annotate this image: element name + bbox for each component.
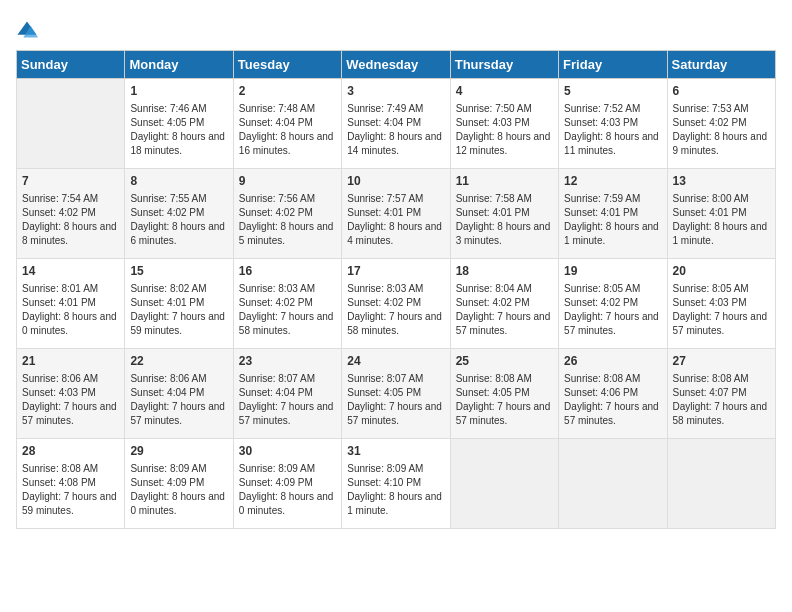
day-info: Sunrise: 7:50 AMSunset: 4:03 PMDaylight:… [456,102,553,158]
day-number: 15 [130,263,227,280]
day-number: 25 [456,353,553,370]
col-header-wednesday: Wednesday [342,51,450,79]
day-number: 16 [239,263,336,280]
col-header-thursday: Thursday [450,51,558,79]
day-info: Sunrise: 8:05 AMSunset: 4:02 PMDaylight:… [564,282,661,338]
day-info: Sunrise: 8:09 AMSunset: 4:10 PMDaylight:… [347,462,444,518]
day-number: 27 [673,353,770,370]
day-number: 21 [22,353,119,370]
day-number: 6 [673,83,770,100]
calendar-cell: 28Sunrise: 8:08 AMSunset: 4:08 PMDayligh… [17,439,125,529]
calendar-cell: 7Sunrise: 7:54 AMSunset: 4:02 PMDaylight… [17,169,125,259]
day-number: 10 [347,173,444,190]
day-number: 24 [347,353,444,370]
page-header [16,16,776,42]
calendar-cell: 16Sunrise: 8:03 AMSunset: 4:02 PMDayligh… [233,259,341,349]
calendar-cell: 10Sunrise: 7:57 AMSunset: 4:01 PMDayligh… [342,169,450,259]
calendar-cell: 3Sunrise: 7:49 AMSunset: 4:04 PMDaylight… [342,79,450,169]
day-number: 30 [239,443,336,460]
day-info: Sunrise: 8:01 AMSunset: 4:01 PMDaylight:… [22,282,119,338]
calendar-cell: 4Sunrise: 7:50 AMSunset: 4:03 PMDaylight… [450,79,558,169]
day-number: 14 [22,263,119,280]
col-header-monday: Monday [125,51,233,79]
day-info: Sunrise: 8:06 AMSunset: 4:04 PMDaylight:… [130,372,227,428]
day-number: 19 [564,263,661,280]
calendar-cell: 29Sunrise: 8:09 AMSunset: 4:09 PMDayligh… [125,439,233,529]
calendar-cell: 22Sunrise: 8:06 AMSunset: 4:04 PMDayligh… [125,349,233,439]
day-info: Sunrise: 7:49 AMSunset: 4:04 PMDaylight:… [347,102,444,158]
calendar-table: SundayMondayTuesdayWednesdayThursdayFrid… [16,50,776,529]
day-info: Sunrise: 7:48 AMSunset: 4:04 PMDaylight:… [239,102,336,158]
day-info: Sunrise: 8:03 AMSunset: 4:02 PMDaylight:… [239,282,336,338]
day-number: 1 [130,83,227,100]
day-info: Sunrise: 7:53 AMSunset: 4:02 PMDaylight:… [673,102,770,158]
col-header-saturday: Saturday [667,51,775,79]
day-number: 28 [22,443,119,460]
calendar-cell: 5Sunrise: 7:52 AMSunset: 4:03 PMDaylight… [559,79,667,169]
day-number: 26 [564,353,661,370]
calendar-cell: 1Sunrise: 7:46 AMSunset: 4:05 PMDaylight… [125,79,233,169]
day-info: Sunrise: 8:05 AMSunset: 4:03 PMDaylight:… [673,282,770,338]
day-info: Sunrise: 8:08 AMSunset: 4:08 PMDaylight:… [22,462,119,518]
day-info: Sunrise: 7:46 AMSunset: 4:05 PMDaylight:… [130,102,227,158]
calendar-cell: 31Sunrise: 8:09 AMSunset: 4:10 PMDayligh… [342,439,450,529]
day-number: 8 [130,173,227,190]
calendar-cell: 24Sunrise: 8:07 AMSunset: 4:05 PMDayligh… [342,349,450,439]
day-info: Sunrise: 8:08 AMSunset: 4:05 PMDaylight:… [456,372,553,428]
day-info: Sunrise: 7:54 AMSunset: 4:02 PMDaylight:… [22,192,119,248]
day-number: 31 [347,443,444,460]
calendar-cell: 13Sunrise: 8:00 AMSunset: 4:01 PMDayligh… [667,169,775,259]
calendar-cell: 19Sunrise: 8:05 AMSunset: 4:02 PMDayligh… [559,259,667,349]
day-info: Sunrise: 8:09 AMSunset: 4:09 PMDaylight:… [239,462,336,518]
day-info: Sunrise: 8:03 AMSunset: 4:02 PMDaylight:… [347,282,444,338]
day-info: Sunrise: 7:56 AMSunset: 4:02 PMDaylight:… [239,192,336,248]
day-number: 20 [673,263,770,280]
calendar-cell: 18Sunrise: 8:04 AMSunset: 4:02 PMDayligh… [450,259,558,349]
day-number: 11 [456,173,553,190]
day-info: Sunrise: 8:08 AMSunset: 4:07 PMDaylight:… [673,372,770,428]
calendar-cell: 14Sunrise: 8:01 AMSunset: 4:01 PMDayligh… [17,259,125,349]
day-info: Sunrise: 7:59 AMSunset: 4:01 PMDaylight:… [564,192,661,248]
calendar-cell [17,79,125,169]
day-info: Sunrise: 7:55 AMSunset: 4:02 PMDaylight:… [130,192,227,248]
day-number: 29 [130,443,227,460]
col-header-tuesday: Tuesday [233,51,341,79]
logo-icon [16,20,38,42]
day-info: Sunrise: 8:07 AMSunset: 4:04 PMDaylight:… [239,372,336,428]
calendar-cell: 15Sunrise: 8:02 AMSunset: 4:01 PMDayligh… [125,259,233,349]
day-info: Sunrise: 7:57 AMSunset: 4:01 PMDaylight:… [347,192,444,248]
day-number: 5 [564,83,661,100]
day-number: 18 [456,263,553,280]
day-number: 13 [673,173,770,190]
day-info: Sunrise: 8:00 AMSunset: 4:01 PMDaylight:… [673,192,770,248]
day-number: 7 [22,173,119,190]
calendar-cell: 30Sunrise: 8:09 AMSunset: 4:09 PMDayligh… [233,439,341,529]
day-info: Sunrise: 7:58 AMSunset: 4:01 PMDaylight:… [456,192,553,248]
day-number: 17 [347,263,444,280]
calendar-cell: 21Sunrise: 8:06 AMSunset: 4:03 PMDayligh… [17,349,125,439]
calendar-cell: 27Sunrise: 8:08 AMSunset: 4:07 PMDayligh… [667,349,775,439]
calendar-cell: 17Sunrise: 8:03 AMSunset: 4:02 PMDayligh… [342,259,450,349]
calendar-cell: 23Sunrise: 8:07 AMSunset: 4:04 PMDayligh… [233,349,341,439]
day-number: 22 [130,353,227,370]
day-number: 3 [347,83,444,100]
day-info: Sunrise: 7:52 AMSunset: 4:03 PMDaylight:… [564,102,661,158]
day-number: 4 [456,83,553,100]
day-info: Sunrise: 8:08 AMSunset: 4:06 PMDaylight:… [564,372,661,428]
day-number: 23 [239,353,336,370]
calendar-cell: 26Sunrise: 8:08 AMSunset: 4:06 PMDayligh… [559,349,667,439]
day-info: Sunrise: 8:04 AMSunset: 4:02 PMDaylight:… [456,282,553,338]
calendar-cell: 6Sunrise: 7:53 AMSunset: 4:02 PMDaylight… [667,79,775,169]
col-header-sunday: Sunday [17,51,125,79]
day-info: Sunrise: 8:07 AMSunset: 4:05 PMDaylight:… [347,372,444,428]
col-header-friday: Friday [559,51,667,79]
calendar-cell: 20Sunrise: 8:05 AMSunset: 4:03 PMDayligh… [667,259,775,349]
day-number: 9 [239,173,336,190]
calendar-cell: 12Sunrise: 7:59 AMSunset: 4:01 PMDayligh… [559,169,667,259]
day-info: Sunrise: 8:09 AMSunset: 4:09 PMDaylight:… [130,462,227,518]
calendar-cell: 11Sunrise: 7:58 AMSunset: 4:01 PMDayligh… [450,169,558,259]
calendar-cell [559,439,667,529]
calendar-cell: 8Sunrise: 7:55 AMSunset: 4:02 PMDaylight… [125,169,233,259]
day-info: Sunrise: 8:06 AMSunset: 4:03 PMDaylight:… [22,372,119,428]
calendar-cell: 25Sunrise: 8:08 AMSunset: 4:05 PMDayligh… [450,349,558,439]
